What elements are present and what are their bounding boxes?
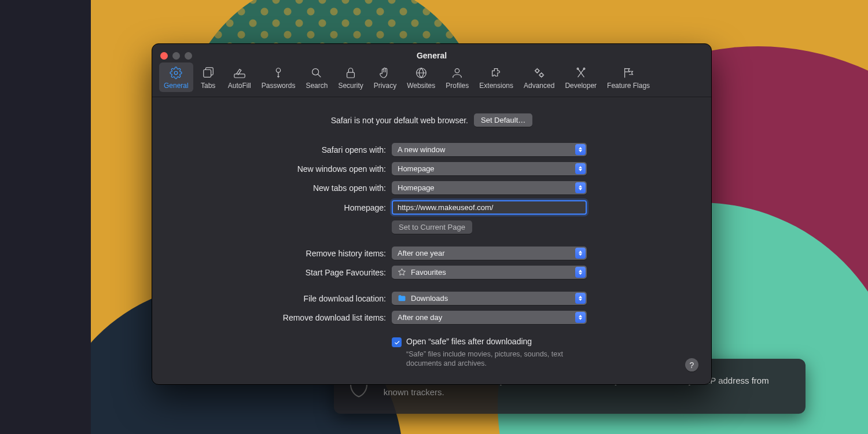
- tab-search[interactable]: Search: [301, 62, 332, 92]
- preferences-toolbar: General Tabs AutoFill Passwords Search: [159, 62, 704, 92]
- label-remove-history: Remove history items:: [152, 249, 392, 258]
- lock-icon: [344, 66, 357, 80]
- svg-point-11: [583, 68, 585, 69]
- tab-tabs[interactable]: Tabs: [194, 62, 222, 92]
- tab-feature-flags[interactable]: Feature Flags: [602, 62, 654, 92]
- chevron-updown-icon: [575, 144, 586, 155]
- label-new-windows: New windows open with:: [152, 164, 392, 174]
- svg-point-9: [540, 73, 543, 77]
- star-icon: [398, 268, 406, 277]
- chevron-updown-icon: [575, 163, 586, 174]
- svg-point-8: [535, 69, 539, 73]
- svg-point-0: [175, 71, 178, 75]
- preferences-body: Safari is not your default web browser. …: [152, 97, 711, 384]
- globe-icon: [415, 66, 428, 80]
- chevron-updown-icon: [575, 293, 586, 304]
- select-remove-history[interactable]: After one year: [392, 247, 587, 260]
- svg-rect-2: [234, 74, 245, 78]
- set-current-page-button[interactable]: Set to Current Page: [392, 220, 472, 234]
- hand-icon: [378, 66, 391, 80]
- pencil-icon: [233, 66, 246, 80]
- select-new-tabs[interactable]: Homepage: [392, 181, 587, 194]
- tab-websites[interactable]: Websites: [402, 62, 440, 92]
- person-icon: [451, 66, 464, 80]
- external-panel: [0, 0, 91, 434]
- search-icon: [310, 66, 323, 80]
- chevron-updown-icon: [575, 248, 586, 259]
- svg-rect-5: [347, 72, 355, 78]
- svg-point-3: [276, 68, 280, 72]
- chevron-updown-icon: [575, 312, 586, 323]
- open-safe-files-help: “Safe” files include movies, pictures, s…: [406, 350, 580, 369]
- svg-point-10: [577, 68, 579, 69]
- set-default-button[interactable]: Set Default…: [474, 113, 532, 127]
- tab-profiles[interactable]: Profiles: [441, 62, 473, 92]
- puzzle-icon: [490, 66, 503, 80]
- tab-general[interactable]: General: [159, 62, 193, 92]
- open-safe-files-label: Open “safe” files after downloading: [406, 337, 580, 346]
- label-remove-downloads: Remove download list items:: [152, 313, 392, 322]
- label-opens-with: Safari opens with:: [152, 145, 392, 155]
- flags-icon: [622, 66, 635, 80]
- label-homepage: Homepage:: [152, 203, 392, 212]
- tab-security[interactable]: Security: [333, 62, 367, 92]
- select-remove-downloads[interactable]: After one day: [392, 311, 587, 324]
- chevron-updown-icon: [575, 182, 586, 193]
- select-download-location[interactable]: Downloads: [392, 292, 587, 305]
- default-browser-message: Safari is not your default web browser.: [331, 116, 468, 125]
- chevron-updown-icon: [575, 267, 586, 278]
- key-icon: [272, 66, 285, 80]
- svg-point-4: [312, 69, 319, 75]
- tab-autofill[interactable]: AutoFill: [223, 62, 256, 92]
- tab-privacy[interactable]: Privacy: [369, 62, 401, 92]
- tab-extensions[interactable]: Extensions: [475, 62, 518, 92]
- open-safe-files-checkbox[interactable]: [392, 337, 402, 347]
- select-new-windows[interactable]: Homepage: [392, 162, 587, 175]
- homepage-field[interactable]: [392, 200, 587, 215]
- tabs-icon: [202, 66, 215, 80]
- gears-icon: [533, 66, 546, 80]
- tools-icon: [575, 66, 587, 80]
- tab-advanced[interactable]: Advanced: [519, 62, 559, 92]
- tab-passwords[interactable]: Passwords: [257, 62, 300, 92]
- titlebar: General General Tabs AutoFill Passwords: [152, 44, 711, 97]
- svg-point-7: [455, 69, 459, 73]
- svg-rect-1: [203, 70, 211, 78]
- select-opens-with[interactable]: A new window: [392, 143, 587, 156]
- window-title: General: [152, 51, 711, 60]
- label-download-location: File download location:: [152, 294, 392, 303]
- folder-icon: [398, 294, 406, 303]
- label-favourites: Start Page Favourites:: [152, 268, 392, 277]
- gear-icon: [170, 66, 182, 80]
- label-new-tabs: New tabs open with:: [152, 183, 392, 193]
- tab-developer[interactable]: Developer: [560, 62, 601, 92]
- preferences-window: General General Tabs AutoFill Passwords: [152, 43, 712, 385]
- help-button[interactable]: ?: [685, 358, 698, 372]
- select-favourites[interactable]: Favourites: [392, 266, 587, 279]
